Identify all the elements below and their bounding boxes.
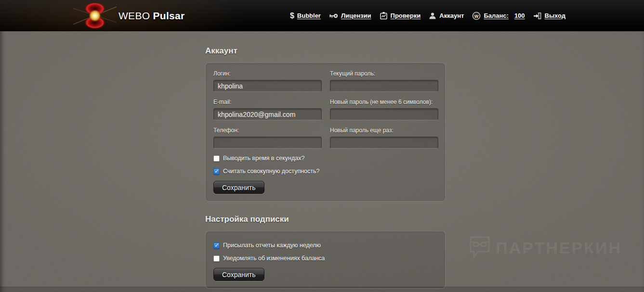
subscription-settings-panel: Присылать отчеты каждую неделю Уведомлят… <box>205 231 446 289</box>
show-seconds-label: Выводить время в секундах? <box>223 155 304 162</box>
email-input[interactable] <box>213 108 322 120</box>
pulsar-logo-icon <box>73 1 117 30</box>
top-header-bar: WEBO Pulsar $ Bubbler Лицензии <box>0 0 644 31</box>
checkbox-row-balance-notifications[interactable]: Уведомлять об изменениях баланса <box>213 255 437 262</box>
show-seconds-checkbox[interactable] <box>213 155 220 162</box>
account-save-button[interactable]: Сохранить <box>213 181 264 194</box>
balance-value: 100 <box>514 12 525 19</box>
new-password-repeat-label: Новый пароль еще раз: <box>330 127 438 134</box>
checkbox-row-weekly-reports[interactable]: Присылать отчеты каждую неделю <box>213 242 437 249</box>
email-field-group: E-mail: <box>213 99 322 120</box>
nav-item-balance[interactable]: W Баланс: 100 <box>472 12 525 20</box>
phone-field-group: Телефон: <box>213 127 322 149</box>
nav-item-account[interactable]: Аккаунт <box>429 12 464 20</box>
account-settings-panel: Логин: Текущий пароль: E-mail: Новый пар… <box>205 63 446 202</box>
svg-text:W: W <box>474 13 479 18</box>
nav-item-logout[interactable]: Выход <box>533 12 565 20</box>
subscription-save-button[interactable]: Сохранить <box>213 268 264 281</box>
current-password-input[interactable] <box>330 80 438 92</box>
new-password-repeat-field-group: Новый пароль еще раз: <box>330 127 438 149</box>
balance-notifications-label: Уведомлять об изменениях баланса <box>223 255 325 262</box>
nav-item-licenses[interactable]: Лицензии <box>329 12 371 19</box>
weekly-reports-checkbox[interactable] <box>213 242 220 249</box>
dollar-icon: $ <box>290 12 294 20</box>
checkbox-row-show-seconds[interactable]: Выводить время в секундах? <box>213 155 437 162</box>
phone-label: Телефон: <box>213 127 322 134</box>
phone-input[interactable] <box>213 137 322 149</box>
watermark-text: ПАРТНЕРКИН <box>496 239 622 257</box>
account-section-title: Аккаунт <box>205 46 446 56</box>
email-label: E-mail: <box>213 99 322 105</box>
login-input[interactable] <box>213 80 322 92</box>
login-field-group: Логин: <box>213 70 322 92</box>
page: WEBO Pulsar $ Bubbler Лицензии <box>0 0 644 292</box>
content-area: Аккаунт Логин: Текущий пароль: E-mail: Н… <box>205 31 446 289</box>
nav-item-checks[interactable]: Проверки <box>380 12 421 20</box>
checks-clipboard-icon <box>380 12 388 20</box>
webo-pulsar-logo[interactable]: WEBO Pulsar <box>73 1 185 30</box>
current-password-label: Текущий пароль: <box>330 70 438 77</box>
aggregate-availability-checkbox[interactable] <box>213 168 220 175</box>
login-label: Логин: <box>213 70 322 77</box>
current-password-field-group: Текущий пароль: <box>330 70 438 92</box>
key-icon <box>329 13 338 19</box>
new-password-label: Новый пароль (не менее 6 символов): <box>330 99 438 105</box>
user-icon <box>429 12 436 20</box>
speech-bubble-glasses-icon <box>469 235 491 260</box>
partnerkin-watermark: ПАРТНЕРКИН <box>469 235 622 260</box>
exit-door-icon <box>533 12 542 20</box>
subscription-section-title: Настройка подписки <box>205 215 446 224</box>
nav-item-bubbler[interactable]: $ Bubbler <box>290 12 321 20</box>
new-password-repeat-input[interactable] <box>330 137 438 149</box>
aggregate-availability-label: Считать совокупную доступность? <box>223 168 319 175</box>
balance-notifications-checkbox[interactable] <box>213 255 220 262</box>
new-password-field-group: Новый пароль (не менее 6 символов): <box>330 99 438 120</box>
main-navigation: $ Bubbler Лицензии Проверки <box>290 12 565 20</box>
checkbox-row-aggregate-availability[interactable]: Считать совокупную доступность? <box>213 168 437 175</box>
new-password-input[interactable] <box>330 108 438 120</box>
weekly-reports-label: Присылать отчеты каждую неделю <box>223 242 321 249</box>
webmoney-icon: W <box>472 12 481 20</box>
account-fields-grid: Логин: Текущий пароль: E-mail: Новый пар… <box>213 70 437 149</box>
logo-text: WEBO Pulsar <box>118 10 185 22</box>
